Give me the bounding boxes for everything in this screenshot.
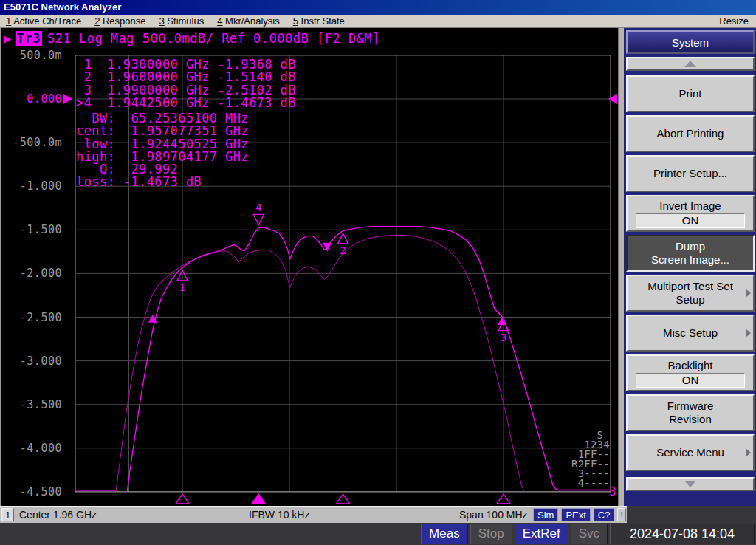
active-trace-arrow-icon: ▶ xyxy=(4,31,12,46)
menu-mnemonic: 1 xyxy=(6,16,11,27)
ref-level-arrow-right-icon xyxy=(608,94,617,104)
softkey-label: Abort Printing xyxy=(657,127,724,140)
datetime-display: 2024-07-08 14:04 xyxy=(610,524,755,544)
marker-number: 1 xyxy=(179,281,185,293)
y-tick-1-500: -1.500 xyxy=(0,223,62,236)
softkey-label: Firmware xyxy=(667,400,714,413)
y-tick-2-000: -2.000 xyxy=(0,267,62,280)
stimulus-status-bar: 1 Center 1.96 GHz IFBW 10 kHz Span 100 M… xyxy=(0,506,627,523)
span-label[interactable]: Span 100 MHz xyxy=(459,507,528,523)
softkey-misc-setup[interactable]: Misc Setup xyxy=(626,315,755,352)
indicator-stop: Stop xyxy=(470,524,512,544)
trace-s21-data xyxy=(127,227,611,492)
softkey-abort-printing[interactable]: Abort Printing xyxy=(626,115,755,152)
softkey-label: Screen Image... xyxy=(651,253,729,267)
marker-4[interactable]: 4 xyxy=(253,202,264,224)
menu-mnemonic: 2 xyxy=(94,16,100,27)
submenu-arrow-icon xyxy=(746,289,751,297)
softkey-menu-title: System xyxy=(626,30,755,54)
indicator-extref: ExtRef xyxy=(515,524,568,544)
status-badge-sim: Sim xyxy=(533,508,558,521)
scroll-up-icon xyxy=(684,61,696,67)
marker-number: 2 xyxy=(340,244,346,256)
axis-marker-3[interactable] xyxy=(497,494,510,504)
channel-indicator: 1 xyxy=(1,508,14,521)
y-tick-3-500: -3.500 xyxy=(0,398,62,411)
softkey-multiport-test-set[interactable]: Multiport Test SetSetup xyxy=(626,275,755,312)
trace-title: S21 Log Mag 500.0mdB/ Ref 0.000dB [F2 D&… xyxy=(47,31,380,46)
softkey-label: Invert Image xyxy=(659,199,721,213)
softkey-menu: System PrintAbort PrintingPrinter Setup.… xyxy=(624,28,756,506)
softkey-value: ON xyxy=(636,213,745,228)
softkey-label: Multiport Test Set xyxy=(647,280,733,293)
submenu-arrow-icon xyxy=(746,329,751,337)
softkey-firmware[interactable]: FirmwareRevision xyxy=(626,394,755,431)
instrument-screen: E5071C Network Analyzer 1 Active Ch/Trac… xyxy=(0,0,756,545)
resize-button[interactable]: Resize xyxy=(719,16,756,27)
axis-marker-1[interactable] xyxy=(176,494,189,504)
menu-bar: 1 Active Ch/Trace2 Response3 Stimulus4 M… xyxy=(0,15,756,28)
trace-label[interactable]: Tr3 xyxy=(16,31,42,46)
softkey-label: Printer Setup... xyxy=(653,167,727,180)
softkey-backlight[interactable]: BacklightON xyxy=(626,354,755,391)
marker-number: 4 xyxy=(255,202,261,213)
axis-marker-2[interactable] xyxy=(337,494,350,504)
window-title: E5071C Network Analyzer xyxy=(4,1,121,13)
bandwidth-readout: BW: 65.25365100 MHz cent: 1.957077351 GH… xyxy=(76,112,249,189)
softkey-label: Revision xyxy=(669,413,712,426)
softkey-invert-image[interactable]: Invert ImageON xyxy=(626,195,755,232)
softkey-label: Backlight xyxy=(668,359,713,372)
trace-header[interactable]: ▶Tr3S21 Log Mag 500.0mdB/ Ref 0.000dB [F… xyxy=(4,31,380,46)
menu-mnemonic: 4 xyxy=(217,16,222,27)
instrument-status-bar: MeasStopExtRefSvc 2024-07-08 14:04 xyxy=(0,523,756,545)
y-tick-4-000: -4.000 xyxy=(0,442,62,455)
menu-item-response[interactable]: 2 Response xyxy=(94,16,145,27)
y-tick-3-000: -3.000 xyxy=(0,354,62,368)
ref-level-arrow-left-icon xyxy=(63,94,72,104)
softkey-service-menu[interactable]: Service Menu xyxy=(626,434,755,471)
softkey-label: Misc Setup xyxy=(663,326,718,340)
menu-items: 1 Active Ch/Trace2 Response3 Stimulus4 M… xyxy=(6,16,345,27)
softkey-label: Setup xyxy=(676,293,704,306)
softkey-scroll-down-button[interactable] xyxy=(626,477,755,491)
measurement-display: 12343 ▶Tr3S21 Log Mag 500.0mdB/ Ref 0.00… xyxy=(0,28,618,506)
y-tick-0-000: 0.000 xyxy=(0,92,62,106)
status-bar-right-filler xyxy=(627,506,756,523)
softkey-value: ON xyxy=(636,373,745,388)
softkey-label: Print xyxy=(679,87,702,100)
menu-item-stimulus[interactable]: 3 Stimulus xyxy=(159,16,205,27)
center-frequency-label[interactable]: Center 1.96 GHz xyxy=(19,507,97,523)
display-sidebar-divider xyxy=(618,28,624,506)
instrument-status-items: MeasStopExtRefSvc xyxy=(421,524,608,544)
softkey-label: Dump xyxy=(676,240,705,253)
indicator-meas: Meas xyxy=(421,524,468,544)
window-left-border xyxy=(0,28,1,545)
softkey-list: PrintAbort PrintingPrinter Setup...Inver… xyxy=(626,75,755,474)
ifbw-label[interactable]: IFBW 10 kHz xyxy=(249,507,309,523)
softkey-scroll-up-button[interactable] xyxy=(626,57,755,71)
menu-item-active-ch-trace[interactable]: 1 Active Ch/Trace xyxy=(6,16,81,27)
menu-item-mkr-analysis[interactable]: 4 Mkr/Analysis xyxy=(217,16,280,27)
y-tick-500-0m: -500.0m xyxy=(0,136,62,149)
status-badge-c: C? xyxy=(594,508,615,521)
marker-number: 3 xyxy=(501,332,506,343)
indicator-svc: Svc xyxy=(571,524,608,544)
softkey-print[interactable]: Print xyxy=(626,75,755,112)
softkey-label: Service Menu xyxy=(656,446,724,459)
submenu-arrow-icon xyxy=(746,449,751,456)
softkey-dump[interactable]: DumpScreen Image... xyxy=(626,235,755,272)
scroll-down-icon xyxy=(684,481,696,487)
status-badges: SimPExtC?! xyxy=(533,508,626,521)
status-badge-: ! xyxy=(617,508,626,521)
marker-readout: 1 1.9300000 GHz -1.9368 dB 2 1.9600000 G… xyxy=(76,58,296,109)
y-tick-500-0m: 500.0m xyxy=(0,49,62,62)
trace-edge-number: 3 xyxy=(609,485,616,498)
menu-item-instr-state[interactable]: 5 Instr State xyxy=(293,16,345,27)
status-badge-pext: PExt xyxy=(561,508,590,521)
menu-mnemonic: 5 xyxy=(293,16,298,27)
y-tick-1-000: -1.000 xyxy=(0,179,62,193)
marker-triangle-icon xyxy=(253,214,264,224)
softkey-printer-setup[interactable]: Printer Setup... xyxy=(626,155,755,192)
axis-marker-4[interactable] xyxy=(252,494,265,504)
menu-mnemonic: 3 xyxy=(159,16,165,27)
